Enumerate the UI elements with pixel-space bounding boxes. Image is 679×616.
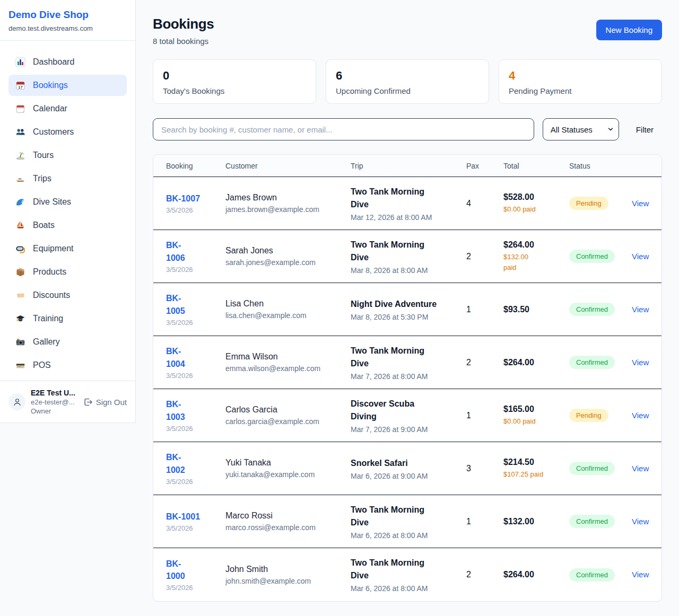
sidebar-item-bookings[interactable]: 17 Bookings: [8, 75, 127, 96]
column-header-booking: Booking: [166, 162, 225, 170]
actions-cell: View: [632, 358, 649, 367]
sidebar-item-label: POS: [33, 360, 51, 370]
customer-email: yuki.tanaka@example.com: [225, 470, 351, 479]
booking-id-link[interactable]: BK- 1000: [166, 558, 185, 582]
status-cell: Confirmed: [569, 515, 632, 528]
stat-label: Upcoming Confirmed: [336, 86, 479, 95]
pax-value: 4: [466, 199, 503, 208]
trip-name: Snorkel Safari: [351, 457, 466, 470]
booking-date: 3/5/2026: [166, 206, 225, 214]
sidebar-item-discounts[interactable]: Discounts: [8, 285, 127, 306]
trip-datetime: Mar 8, 2026 at 5:30 PM: [351, 313, 466, 321]
booking-id-link[interactable]: BK-1001: [166, 511, 200, 523]
status-badge: Pending: [569, 409, 608, 422]
search-input[interactable]: [153, 118, 534, 140]
customer-email: carlos.garcia@example.com: [225, 417, 351, 426]
trip-datetime: Mar 6, 2026 at 8:00 AM: [351, 531, 466, 540]
booking-id-link[interactable]: BK-1007: [166, 192, 200, 205]
sidebar-item-training[interactable]: Training: [8, 308, 127, 329]
trip-cell: Discover Scuba Diving Mar 7, 2026 at 9:0…: [351, 398, 466, 434]
brand-domain: demo.test.divestreams.com: [8, 24, 127, 32]
booking-cell: BK- 1004 3/5/2026: [166, 345, 225, 379]
actions-cell: View: [632, 305, 649, 314]
customer-name: John Smith: [225, 565, 351, 574]
actions-cell: View: [632, 517, 649, 526]
customer-email: marco.rossi@example.com: [225, 523, 351, 532]
stat-card-todays-bookings: 0 Today's Bookings: [153, 59, 316, 104]
view-link[interactable]: View: [632, 358, 649, 367]
sidebar-item-trips[interactable]: Trips: [8, 168, 127, 189]
customer-name: Sarah Jones: [225, 246, 351, 256]
total-cell: $132.00: [503, 517, 569, 526]
booking-id-link[interactable]: BK- 1005: [166, 292, 185, 316]
sidebar-item-tours[interactable]: Tours: [8, 145, 127, 166]
page-header: Bookings 8 total bookings New Booking: [153, 16, 662, 46]
view-link[interactable]: View: [632, 464, 649, 473]
sign-out-button[interactable]: Sign Out: [83, 397, 127, 407]
sidebar-item-label: Discounts: [33, 291, 70, 300]
customer-name: Carlos Garcia: [225, 405, 351, 415]
table-row: BK- 1002 3/5/2026 Yuki Tanaka yuki.tanak…: [153, 442, 661, 495]
sidebar-footer: E2E Test U... e2e-tester@... Owner Sign …: [0, 381, 135, 423]
actions-cell: View: [632, 464, 649, 473]
status-cell: Confirmed: [569, 303, 632, 316]
view-link[interactable]: View: [632, 411, 649, 420]
sidebar-item-label: Tours: [33, 151, 54, 160]
view-link[interactable]: View: [632, 570, 649, 579]
view-link[interactable]: View: [632, 252, 649, 261]
table-row: BK- 1004 3/5/2026 Emma Wilson emma.wilso…: [153, 336, 661, 389]
sidebar-item-boats[interactable]: Boats: [8, 215, 127, 236]
sidebar-item-pos[interactable]: POS: [8, 355, 127, 376]
customer-name: Marco Rossi: [225, 511, 351, 521]
pax-value: 1: [466, 411, 503, 420]
booking-cell: BK-1007 3/5/2026: [166, 192, 225, 214]
stats-row: 0 Today's Bookings 6 Upcoming Confirmed …: [153, 59, 662, 104]
speedboat-icon: [15, 174, 25, 184]
pax-value: 3: [466, 464, 503, 473]
view-link[interactable]: View: [632, 517, 649, 526]
booking-date: 3/5/2026: [166, 524, 225, 532]
table-row: BK- 1000 3/5/2026 John Smith john.smith@…: [153, 548, 661, 601]
booking-id-link[interactable]: BK- 1003: [166, 398, 185, 423]
actions-cell: View: [632, 199, 649, 208]
customer-name: Emma Wilson: [225, 352, 351, 362]
trip-name: Night Dive Adventure: [351, 298, 466, 311]
status-cell: Confirmed: [569, 568, 632, 582]
sidebar-item-products[interactable]: Products: [8, 261, 127, 283]
customer-name: James Brown: [225, 193, 351, 203]
sidebar-item-label: Bookings: [33, 81, 68, 90]
stat-label: Pending Payment: [509, 86, 652, 95]
view-link[interactable]: View: [632, 305, 649, 314]
new-booking-button[interactable]: New Booking: [596, 20, 662, 40]
sailboat-icon: [15, 221, 25, 231]
column-header-pax: Pax: [466, 162, 503, 170]
paid-amount: $132.00 paid: [503, 252, 569, 272]
user-meta: E2E Test U... e2e-tester@... Owner: [31, 389, 77, 415]
booking-id-link[interactable]: BK- 1004: [166, 345, 185, 369]
status-cell: Pending: [569, 197, 632, 210]
sidebar-item-dashboard[interactable]: Dashboard: [8, 51, 127, 73]
sidebar-item-gallery[interactable]: Gallery: [8, 331, 127, 353]
svg-text:17: 17: [18, 84, 22, 89]
trip-cell: Night Dive Adventure Mar 8, 2026 at 5:30…: [351, 298, 466, 321]
view-link[interactable]: View: [632, 199, 649, 208]
sidebar-item-label: Calendar: [33, 104, 67, 113]
user-email: e2e-tester@...: [31, 398, 77, 406]
paid-amount: $0.00 paid: [503, 416, 569, 427]
wave-icon: [15, 197, 25, 207]
stat-card-upcoming-confirmed: 6 Upcoming Confirmed: [326, 59, 489, 104]
sidebar-item-customers[interactable]: Customers: [8, 121, 127, 143]
booking-cell: BK- 1000 3/5/2026: [166, 558, 225, 592]
booking-id-link[interactable]: BK- 1006: [166, 239, 185, 263]
tag-icon: [15, 291, 25, 301]
status-select[interactable]: All Statuses: [543, 118, 619, 140]
table-row: BK- 1003 3/5/2026 Carlos Garcia carlos.g…: [153, 389, 661, 442]
booking-id-link[interactable]: BK- 1002: [166, 451, 185, 476]
sidebar-item-equipment[interactable]: Equipment: [8, 238, 127, 259]
sidebar-item-dive-sites[interactable]: Dive Sites: [8, 191, 127, 213]
filter-button[interactable]: Filter: [628, 125, 662, 134]
sidebar-item-calendar[interactable]: Calendar: [8, 98, 127, 119]
booking-cell: BK- 1005 3/5/2026: [166, 292, 225, 326]
customer-email: james.brown@example.com: [225, 205, 351, 214]
stat-value: 6: [336, 69, 479, 83]
